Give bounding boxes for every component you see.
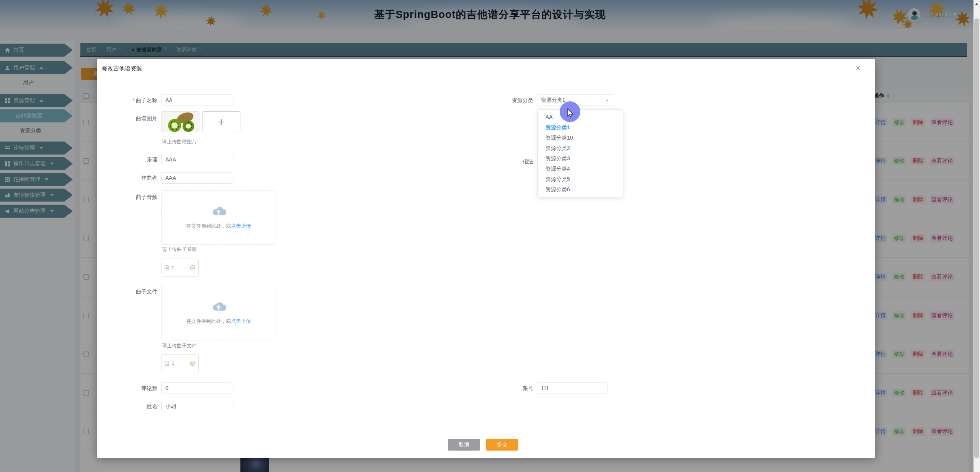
submit-button[interactable]: 提交 <box>486 439 518 451</box>
edit-guitar-tab-dialog: 修改吉他谱资源 × *曲子名称 资源分类 资源分类1 AA资源分类1资源分类10… <box>97 59 875 458</box>
file-name: 1 <box>172 360 188 366</box>
category-dropdown: AA资源分类1资源分类10资源分类2资源分类3资源分类4资源分类5资源分类6 <box>537 109 623 197</box>
upload-drag-text: 将文件拖到此处，或 <box>186 223 231 229</box>
dropdown-option[interactable]: 资源分类2 <box>538 143 623 153</box>
cancel-button[interactable]: 取消 <box>448 439 480 451</box>
account-input[interactable] <box>537 382 608 394</box>
account-label: 账号 <box>487 382 533 394</box>
scrollbar-thumb[interactable] <box>974 18 979 458</box>
document-icon <box>165 361 169 366</box>
dropdown-option[interactable]: 资源分类4 <box>538 164 623 174</box>
tab-image-thumbnail[interactable] <box>161 111 199 132</box>
song-audio-helper: 请上传曲子音频 <box>162 246 197 253</box>
plus-icon: + <box>218 116 225 129</box>
required-asterisk: * <box>133 97 135 103</box>
theory-label: 乐理 <box>100 154 157 165</box>
upload-click-link[interactable]: 点击上传 <box>231 318 251 324</box>
real-name-label: 姓名 <box>100 401 157 412</box>
dropdown-option[interactable]: AA <box>538 112 623 122</box>
kiwi-image <box>162 112 199 132</box>
scroll-up-arrow-icon[interactable] <box>975 3 978 5</box>
theory-input[interactable] <box>161 154 232 165</box>
file-upload-dropzone[interactable]: 将文件拖到此处，或点击上传 <box>161 285 276 340</box>
check-circle-icon <box>190 265 195 270</box>
page-scrollbar[interactable] <box>973 0 980 472</box>
audio-upload-dropzone[interactable]: 将文件拖到此处，或点击上传 <box>161 190 276 245</box>
file-file-item[interactable]: 1 <box>161 354 199 372</box>
dropdown-option[interactable]: 资源分类5 <box>538 174 623 184</box>
composer-label: 作曲者 <box>100 172 157 184</box>
dropdown-option[interactable]: 资源分类6 <box>538 184 623 195</box>
song-name-label: *曲子名称 <box>100 94 157 106</box>
chevron-up-icon <box>605 99 609 101</box>
dropdown-option[interactable]: 资源分类10 <box>538 133 623 143</box>
fingering-label: 指法 <box>487 156 533 167</box>
upload-cloud-icon <box>210 301 227 313</box>
comment-count-label: 评论数 <box>100 382 157 394</box>
image-upload-button[interactable]: + <box>202 111 240 132</box>
dialog-title: 修改吉他谱资源 <box>102 65 142 72</box>
song-file-label: 曲子文件 <box>100 286 157 297</box>
category-label: 资源分类 <box>487 94 533 106</box>
tab-image-helper: 请上传曲谱图片 <box>162 138 197 145</box>
upload-drag-text: 将文件拖到此处，或 <box>186 318 231 324</box>
tab-image-label: 曲谱图片 <box>100 112 157 124</box>
composer-input[interactable] <box>161 172 232 184</box>
song-audio-label: 曲子音频 <box>100 191 157 203</box>
dropdown-option[interactable]: 资源分类3 <box>538 153 623 164</box>
real-name-input[interactable] <box>161 401 232 412</box>
song-file-helper: 请上传曲子文件 <box>162 342 197 349</box>
comment-count-input[interactable] <box>161 382 232 394</box>
file-name: 1 <box>172 265 188 270</box>
upload-click-link[interactable]: 点击上传 <box>231 223 251 229</box>
dropdown-option[interactable]: 资源分类1 <box>538 122 623 133</box>
check-circle-icon <box>190 361 195 366</box>
document-icon <box>165 265 169 270</box>
mouse-cursor-icon <box>566 108 575 118</box>
audio-file-item[interactable]: 1 <box>161 259 199 277</box>
upload-cloud-icon <box>210 206 227 218</box>
song-name-input[interactable] <box>161 94 232 106</box>
dialog-close-icon[interactable]: × <box>856 64 861 72</box>
